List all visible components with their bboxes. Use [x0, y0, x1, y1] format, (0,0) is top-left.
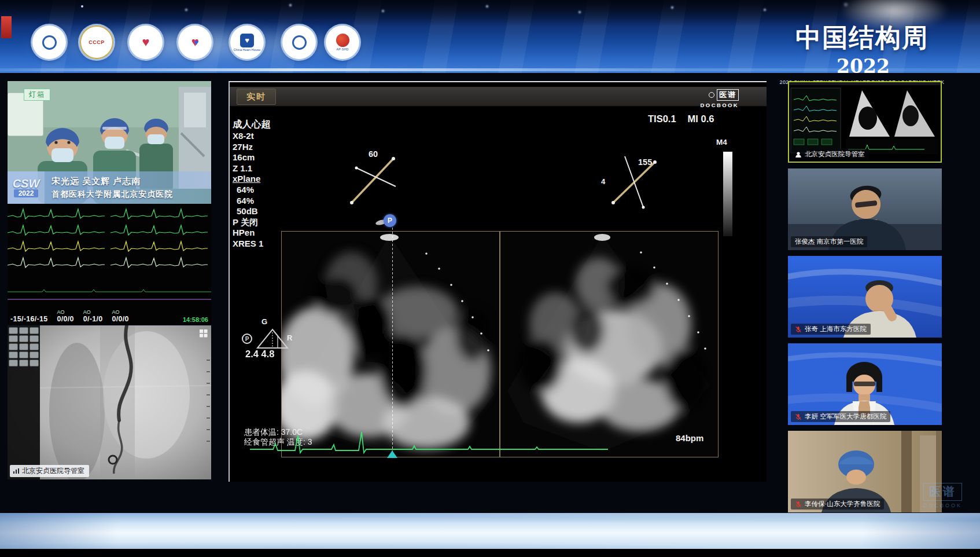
- left-plane-angle: 60: [369, 149, 378, 159]
- docbook-watermark: 医谱 DOCBOOK: [923, 483, 962, 508]
- gain-label: G: [261, 317, 267, 326]
- stage-floor-band: [0, 513, 980, 549]
- lightbox-sign: 灯箱: [24, 89, 50, 101]
- acoustic-indices: TIS0.1 MI 0.6: [648, 113, 714, 124]
- echo-ecg-trace: [250, 422, 655, 459]
- society-emblem-icon: [42, 35, 57, 50]
- xplane-angle-icon-left: [347, 151, 400, 208]
- csw-logo: CSW 2022: [8, 171, 45, 204]
- person-icon: [795, 151, 802, 158]
- p-plane-marker: P: [384, 214, 396, 227]
- participant-tile-4[interactable]: 李妍 空军军医大学唐都医院: [788, 343, 942, 425]
- depth-values: 2.4 4.8: [245, 349, 274, 360]
- layout-grid-icon[interactable]: [199, 329, 208, 340]
- right-plane-angle: 155: [638, 157, 652, 167]
- pressure-group: AO 0/0/0: [57, 309, 73, 323]
- signal-bars-icon: [13, 468, 20, 474]
- xray-tool-button[interactable]: [9, 327, 18, 334]
- xray-tool-button[interactable]: [30, 351, 39, 358]
- xray-tool-button[interactable]: [19, 335, 28, 342]
- participant-tile-3[interactable]: 张奇 上海市东方医院: [788, 256, 942, 338]
- imaging-parameters: X8-2t 27Hz 16cm Z 1.1 xPlane 64% 64% 50d…: [233, 131, 263, 250]
- mic-muted-icon: [795, 326, 802, 333]
- pressure-group: AO 0/0/0: [112, 309, 129, 323]
- participant-tile-5[interactable]: 李传保·山东大学齐鲁医院: [788, 431, 942, 512]
- participant-label: 李传保·山东大学齐鲁医院: [791, 499, 884, 510]
- xray-source-label: 北京安贞医院导管室: [10, 465, 89, 477]
- medical-emblem-icon: [292, 35, 307, 50]
- exam-type: 成人心超: [233, 118, 271, 131]
- heart-house-emblem-icon: ♥: [240, 34, 254, 47]
- pressure-group: AO 0/-1/0: [83, 309, 103, 323]
- xray-toolbar: [9, 327, 42, 367]
- sweep-marker-icon: [387, 450, 397, 458]
- xray-tool-button[interactable]: [9, 360, 18, 367]
- tab-live[interactable]: 实时: [237, 89, 276, 105]
- conference-logo-1: [32, 25, 66, 59]
- mic-muted-icon: [795, 501, 802, 508]
- xray-tool-button[interactable]: [19, 327, 28, 334]
- conference-logo-7: AP·SHD: [326, 25, 359, 59]
- xray-tool-button[interactable]: [9, 343, 18, 350]
- xray-tool-button[interactable]: [30, 343, 39, 350]
- banner: CCCP ♥ ♥♥ ♥ China Heart House AP·SHD 中国结…: [0, 0, 980, 73]
- xray-tool-button[interactable]: [9, 335, 18, 342]
- xray-tool-button[interactable]: [9, 351, 18, 358]
- conference-title: 中国结构周: [795, 23, 929, 52]
- participant-tile-cathlab[interactable]: 北京安贞医院导管室: [788, 81, 942, 163]
- operator-names: 宋光远 吴文辉 卢志南: [51, 176, 173, 187]
- conference-logo-4: ♥♥: [178, 25, 212, 59]
- fluoroscopy-panel: 北京安贞医院导管室: [8, 325, 211, 479]
- mic-muted-icon: [795, 413, 802, 420]
- participant-label: 张俊杰 南京市第一医院: [791, 236, 867, 247]
- conference-year: 2022: [837, 55, 890, 78]
- banner-red-tag: [1, 16, 12, 38]
- apshd-emblem-icon: [336, 34, 349, 47]
- ecg-traces: [8, 204, 211, 308]
- logo-ring-text: AP·SHD: [337, 47, 349, 51]
- conference-logo-3: ♥: [129, 25, 163, 59]
- xray-tool-button[interactable]: [30, 327, 39, 334]
- participant-label: 张奇 上海市东方医院: [791, 324, 871, 335]
- mechanical-gain: M4: [716, 138, 727, 146]
- heart-emblem-icon: ♥: [194, 38, 198, 46]
- wave-decoration: [0, 513, 980, 549]
- conference-logo-2: CCCP: [80, 25, 113, 59]
- participant-label: 李妍 空军军医大学唐都医院: [791, 411, 890, 422]
- or-camera-feed[interactable]: 灯箱 CSW 2022 宋光远 吴文辉 卢志南 首都医科大学附属北京安贞医院: [8, 81, 211, 204]
- banner-bottom-highlight: [0, 68, 980, 71]
- xray-tool-button[interactable]: [30, 360, 39, 367]
- right-plane-index: 4: [601, 177, 605, 186]
- tgc-triangle-icon: [256, 328, 289, 350]
- hemodynamic-monitor: -15/-16/-15 AO 0/0/0 AO 0/-1/0 AO 0/0/0 …: [8, 204, 211, 324]
- xray-tool-button[interactable]: [19, 351, 28, 358]
- bottom-letterbox: [0, 549, 980, 557]
- r-label: R: [287, 334, 292, 342]
- pressure-readings: -15/-16/-15 AO 0/0/0 AO 0/-1/0 AO 0/0/0 …: [10, 309, 208, 323]
- monitor-time: 14:58:06: [183, 316, 208, 323]
- banner-title-block: 中国结构周2022 2022 CHINA STRUCTURAL HEART DI…: [775, 21, 949, 85]
- grayscale-bar: [723, 152, 732, 236]
- operator-hospital: 首都医科大学附属北京安贞医院: [51, 189, 173, 200]
- heart-emblem-icon: ♥: [142, 36, 149, 48]
- xplane-cursor-line: [392, 223, 393, 453]
- logo-ring-text: China Heart House: [234, 48, 261, 52]
- xray-tool-button[interactable]: [19, 360, 28, 367]
- mi-value: MI 0.6: [688, 113, 714, 124]
- docbook-logo: 医谱 DOCBOOK: [675, 89, 739, 108]
- conference-logo-5: ♥ China Heart House: [230, 25, 264, 59]
- operator-overlay: CSW 2022 宋光远 吴文辉 卢志南 首都医科大学附属北京安贞医院: [8, 171, 211, 204]
- heart-rate: 84bpm: [676, 433, 703, 443]
- echo-display: 实时 医谱 DOCBOOK TIS0.1 MI 0.6 成人心超 X8-2t 2…: [229, 81, 767, 482]
- ceiling-lights: [81, 5, 83, 8]
- participant-label: 北京安贞医院导管室: [791, 149, 869, 160]
- docbook-mark-icon: [709, 92, 714, 98]
- pressure-group: -15/-16/-15: [10, 309, 47, 323]
- conference-logo-6: [282, 25, 316, 59]
- xray-tool-button[interactable]: [30, 335, 39, 342]
- participant-tile-2[interactable]: 张俊杰 南京市第一医院: [788, 168, 942, 250]
- xplane-angle-icon-right: [607, 153, 661, 211]
- webcast-screen: CCCP ♥ ♥♥ ♥ China Heart House AP·SHD 中国结…: [0, 0, 980, 557]
- cccp-emblem-text: CCCP: [89, 39, 105, 45]
- xray-tool-button[interactable]: [19, 343, 28, 350]
